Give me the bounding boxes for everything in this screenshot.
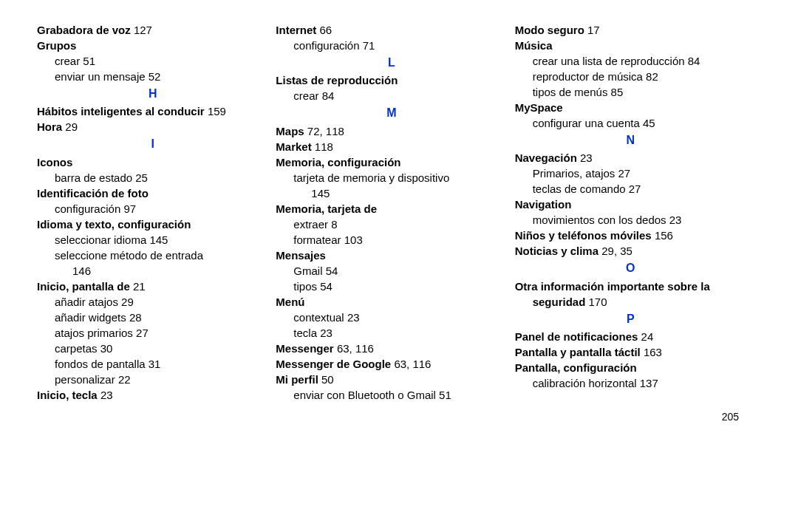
index-entry: Hábitos inteligentes al conducir 159	[37, 103, 268, 119]
term: configuración	[55, 202, 120, 215]
index-subentry: calibración horizontal 137	[515, 375, 746, 391]
page-number: 205	[37, 410, 754, 425]
index-subentry: configuración 97	[37, 201, 268, 216]
term: Noticias y clima	[515, 245, 598, 257]
index-entry-cont: seguridad 170	[515, 294, 746, 310]
page-ref: 85	[611, 86, 624, 98]
index-subentry: crear 51	[37, 53, 268, 69]
index-subentry: tecla 23	[276, 325, 507, 341]
term: fondos de pantalla	[55, 358, 146, 370]
index-entry: Panel de notificaciones 24	[515, 329, 746, 344]
page-ref: 63, 116	[337, 342, 374, 355]
page-ref: 54	[326, 265, 338, 277]
page-ref: 63, 116	[394, 358, 431, 370]
page-ref: 27	[618, 167, 631, 180]
index-subentry: tipos de menús 85	[515, 84, 746, 100]
term: seleccionar idioma	[55, 233, 146, 246]
index-subentry: enviar con Bluetooth o Gmail 51	[276, 387, 507, 403]
index-entry: Messenger 63, 116	[276, 341, 507, 356]
term: Inicio, pantalla de	[37, 280, 130, 293]
page-ref: 50	[321, 373, 334, 386]
term: personalizar	[55, 373, 115, 386]
index-subentry: Gmail 54	[276, 263, 507, 279]
index-subentry: enviar un mensaje 52	[37, 69, 268, 84]
page-ref: 137	[640, 377, 658, 389]
page-ref: 118	[315, 140, 333, 153]
page-ref: 29	[121, 296, 134, 308]
term: calibración horizontal	[533, 377, 637, 389]
term: crear	[55, 55, 80, 67]
page-ref: 127	[134, 24, 152, 36]
term: enviar con Bluetooth o Gmail	[293, 389, 436, 401]
page-ref: 8	[331, 218, 337, 231]
term: configurar una cuenta	[533, 117, 640, 129]
index-entry: Menú	[276, 294, 507, 310]
page-ref: 29	[65, 120, 78, 133]
index-columns: Grabadora de voz 127 Grupos crear 51 env…	[37, 22, 754, 403]
page-ref: 25	[135, 171, 148, 184]
term: Grabadora de voz	[37, 24, 131, 36]
index-subentry: extraer 8	[276, 216, 507, 232]
index-subentry: añadir atajos 29	[37, 294, 268, 310]
page-ref: 31	[149, 358, 161, 370]
index-subentry: barra de estado 25	[37, 170, 268, 185]
index-entry: Música	[515, 38, 746, 53]
page-ref: 17	[587, 24, 600, 36]
page-ref: 103	[344, 233, 363, 246]
page-ref: 27	[136, 327, 149, 339]
index-entry: Grupos	[37, 38, 268, 53]
page-ref: 24	[641, 330, 654, 343]
index-entry: Otra información importante sobre la	[515, 279, 746, 294]
section-letter: M	[276, 105, 507, 121]
index-entry: Iconos	[37, 154, 268, 170]
term: Inicio, tecla	[37, 389, 98, 401]
index-subentry: crear una lista de reproducción 84	[515, 53, 746, 69]
term: atajos primarios	[55, 327, 133, 339]
index-entry: MySpace	[515, 100, 746, 115]
term: Market	[276, 140, 311, 153]
index-subentry: configuración 71	[276, 38, 507, 53]
page-ref: 30	[100, 342, 113, 355]
index-entry: Inicio, pantalla de 21	[37, 279, 268, 294]
page-ref: 23	[669, 214, 682, 226]
index-subentry: fondos de pantalla 31	[37, 356, 268, 372]
page-ref: 145	[149, 233, 168, 246]
index-entry: Maps 72, 118	[276, 123, 507, 139]
index-subentry: personalizar 22	[37, 372, 268, 387]
page-ref: 51	[83, 55, 95, 67]
index-entry: Niños y teléfonos móviles 156	[515, 228, 746, 243]
term: teclas de comando	[533, 183, 626, 195]
index-entry: Noticias y clima 29, 35	[515, 243, 746, 259]
term: crear	[293, 89, 318, 102]
term: Messenger	[276, 342, 333, 355]
page-ref: 84	[688, 55, 700, 67]
term: enviar un mensaje	[55, 70, 146, 83]
page-ref: 156	[655, 229, 673, 242]
page-ref: 23	[347, 311, 360, 324]
page-ref: 72, 118	[307, 125, 344, 137]
page-ref: 163	[644, 346, 662, 358]
section-letter: O	[515, 260, 746, 276]
page-ref: 27	[629, 183, 641, 195]
section-letter: N	[515, 132, 746, 149]
term: Primarios, atajos	[533, 167, 615, 180]
index-subentry: seleccionar idioma 145	[37, 232, 268, 248]
index-entry: Listas de reproducción	[276, 72, 507, 88]
term: tipos de menús	[533, 86, 608, 98]
index-entry: Memoria, tarjeta de	[276, 201, 507, 216]
page-ref: 159	[208, 105, 226, 117]
term: Gmail	[293, 265, 322, 277]
index-subentry: carpetas 30	[37, 341, 268, 356]
term: seguridad	[533, 296, 586, 308]
index-entry: Pantalla, configuración	[515, 360, 746, 375]
page-ref: 170	[589, 296, 607, 308]
page-ref: 82	[646, 70, 658, 83]
index-subentry: seleccione método de entrada	[37, 248, 268, 263]
page-ref: 29, 35	[601, 245, 632, 257]
index-entry: Navigation	[515, 197, 746, 212]
page-ref: 23	[580, 151, 593, 164]
index-subentry-page: 146	[37, 263, 268, 279]
index-entry: Hora 29	[37, 119, 268, 134]
section-letter: P	[515, 311, 746, 327]
page-ref: 23	[100, 389, 113, 401]
